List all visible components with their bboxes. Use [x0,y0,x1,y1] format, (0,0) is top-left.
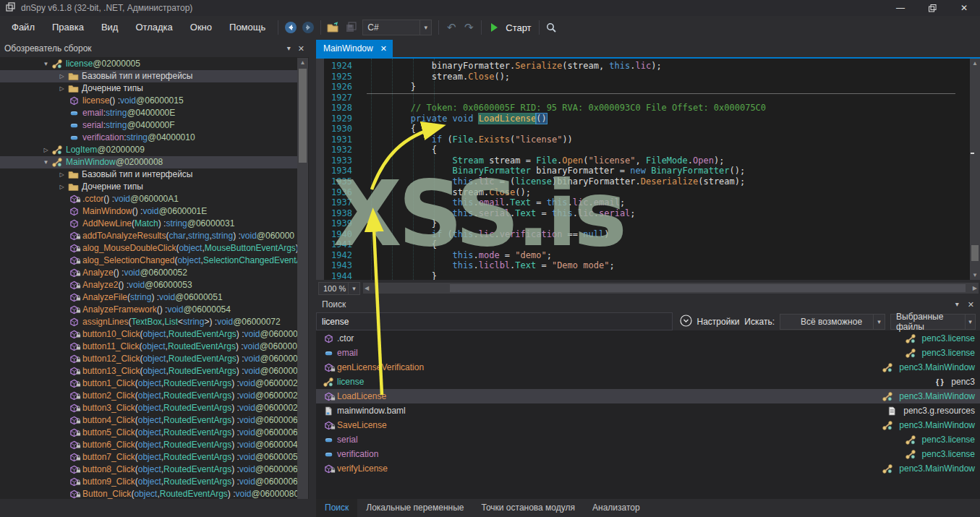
menu-item-отладка[interactable]: Отладка [127,19,181,36]
search-result-row[interactable]: genLicenseVerificationpenc3.MainWindow [316,360,980,375]
expand-icon[interactable]: ▷ [56,181,67,193]
code-line[interactable]: 1933 Stream stream = File.Open("license"… [324,155,970,166]
code-line[interactable]: 1937 this.email.Text = this.lic.email; [324,197,970,208]
restore-button[interactable] [916,0,948,16]
panel-menu-icon[interactable]: ▾ [955,300,959,309]
menu-item-окно[interactable]: Окно [182,19,221,36]
tree-row[interactable]: addToAnalyzeResults(char, string, string… [0,230,297,242]
search-result-row[interactable]: mainwindow.bamlpenc3.g.resources [316,403,980,418]
panel-menu-icon[interactable]: ▾ [287,44,291,54]
tree-row[interactable]: alog_MouseDoubleClick(object, MouseButto… [0,242,297,255]
close-button[interactable]: ✕ [948,0,980,16]
tab-mainwindow[interactable]: MainWindow ✕ [316,40,393,57]
tree-row[interactable]: assignLines(TextBox, List<string>) : voi… [0,316,297,328]
redo-icon[interactable]: ↷ [460,19,477,36]
search-result-row[interactable]: LoadLicensepenc3.MainWindow [316,389,980,403]
back-icon[interactable] [282,19,299,36]
code-line[interactable]: 1939 } [324,218,970,229]
search-input[interactable] [316,312,673,330]
search-result-row[interactable]: verificationpenc3.license [316,447,980,461]
tree-row[interactable]: AnalyzeFramework() : void @06000054 [0,304,297,316]
collapse-icon[interactable]: ▼ [41,156,51,168]
search-result-row[interactable]: emailpenc3.license [316,346,980,360]
expand-icon[interactable]: ▷ [41,144,51,156]
code-line[interactable]: 1934 BinaryFormatter binaryFormatter = n… [324,166,970,176]
open-file-icon[interactable] [325,19,342,36]
tree-row[interactable]: button1_Click(object, RoutedEventArgs) :… [0,377,297,390]
tree-row[interactable]: license() : void @06000015 [0,95,297,107]
tree-row[interactable]: button8_Click(object, RoutedEventArgs) :… [0,463,297,476]
code-line[interactable]: 1943 this.liclbl.Text = "Demo mode"; [324,260,970,271]
code-line[interactable]: 1924 binaryFormatter.Serialize(stream, t… [324,61,970,72]
bottom-tab-поиск[interactable]: Поиск [316,499,357,517]
start-icon[interactable] [485,19,503,36]
code-line[interactable]: 1931 if (File.Exists("license")) [324,134,970,145]
tree-row[interactable]: ▼MainWindow @02000008 [0,156,297,168]
tree-row[interactable]: button4_Click(object, RoutedEventArgs) :… [0,414,297,427]
editor-horizontal-scrollbar[interactable]: ◀ ▶ [363,283,979,294]
zoom-level-combo[interactable]: 100 % ▾ [318,282,360,295]
expand-icon[interactable]: ▷ [56,168,67,181]
editor-vertical-scrollbar[interactable]: ▲ ▼ [970,59,980,280]
bottom-tab-анализатор[interactable]: Анализатор [584,499,649,517]
tree-row[interactable]: serial : string @0400000F [0,119,297,132]
menu-item-правка[interactable]: Правка [43,19,93,36]
code-line[interactable]: 1929 private void LoadLicense() [324,114,970,124]
tree-row[interactable]: AddNewLine(Match) : string @06000031 [0,218,297,230]
tree-row[interactable]: ▷Базовый тип и интерфейсы [0,70,297,82]
tree-row[interactable]: button12_Click(object, RoutedEventArgs) … [0,353,297,365]
code-line[interactable]: 1926 } [324,82,970,93]
menu-item-вид[interactable]: Вид [93,19,127,36]
undo-icon[interactable]: ↶ [443,19,460,36]
tree-row[interactable]: alog_SelectionChanged(object, SelectionC… [0,255,297,267]
collapse-icon[interactable]: ▼ [41,58,51,70]
search-result-row[interactable]: serialpenc3.license [316,432,980,447]
tree-row[interactable]: button2_Click(object, RoutedEventArgs) :… [0,390,297,402]
tree-row[interactable]: email : string @0400000E [0,107,297,119]
bottom-tab-точки-останова-модуля[interactable]: Точки останова модуля [473,499,584,517]
expand-icon[interactable]: ▷ [56,82,67,95]
tree-row[interactable]: AnalyzeFile(string) : void @06000051 [0,291,297,304]
tree-row[interactable]: button3_Click(object, RoutedEventArgs) :… [0,402,297,414]
tree-row[interactable]: ▷Дочерние типы [0,181,297,193]
code-line[interactable]: 1928 // Token: 0x0600005F RID: 95 RVA: 0… [324,103,970,114]
tree-row[interactable]: verification : string @04000010 [0,132,297,144]
forward-icon[interactable] [299,19,317,36]
code-line[interactable]: 1935 this.lic = (license)binaryFormatter… [324,176,970,187]
tree-row[interactable]: ▼license @02000005 [0,58,297,70]
code-editor[interactable]: 1924 binaryFormatter.Serialize(stream, t… [316,59,970,280]
bottom-tab-локальные-переменные[interactable]: Локальные переменные [357,499,472,517]
tree-row[interactable]: button5_Click(object, RoutedEventArgs) :… [0,427,297,439]
tree-row[interactable]: ▷Дочерние типы [0,82,297,95]
tree-row[interactable]: button13_Click(object, RoutedEventArgs) … [0,365,297,377]
tree-row[interactable]: ▷Базовый тип и интерфейсы [0,168,297,181]
minimize-button[interactable]: — [885,0,916,16]
search-files-combo[interactable]: Выбранные файлы ▾ [890,314,976,330]
tree-row[interactable]: button7_Click(object, RoutedEventArgs) :… [0,451,297,463]
tree-row[interactable]: Analyze2() : void @06000053 [0,279,297,291]
save-all-icon[interactable] [342,19,359,36]
search-result-row[interactable]: .ctorpenc3.license [316,331,980,346]
settings-label[interactable]: Настройки [697,317,740,327]
code-line[interactable]: 1940 if (this.lic.verification == null) [324,229,970,240]
language-combo[interactable]: C# ▾ [362,20,432,35]
code-line[interactable]: 1932 { [324,145,970,155]
expand-icon[interactable]: ▷ [56,70,67,82]
search-result-row[interactable]: license{ }penc3 [316,375,980,389]
panel-close-icon[interactable]: ✕ [298,44,304,54]
tree-vertical-scrollbar[interactable]: ▲ ▼ [297,58,308,517]
code-line[interactable]: 1925 stream.Close(); [324,72,970,82]
tab-close-icon[interactable]: ✕ [380,44,387,54]
tree-row[interactable]: button10_Click(object, RoutedEventArgs) … [0,328,297,341]
code-line[interactable]: 1930 { [324,124,970,134]
search-icon[interactable] [543,19,561,36]
start-button[interactable]: Старт [506,22,531,33]
search-result-row[interactable]: SaveLicensepenc3.MainWindow [316,418,980,432]
code-line[interactable]: 1936 stream.Close(); [324,187,970,198]
tree-row[interactable]: MainWindow() : void @0600001E [0,205,297,218]
tree-row[interactable]: button11_Click(object, RoutedEventArgs) … [0,341,297,353]
breakpoint-gutter[interactable] [316,59,324,280]
search-result-row[interactable]: verifyLicensepenc3.MainWindow [316,461,980,476]
panel-close-icon[interactable]: ✕ [968,300,974,309]
search-scope-combo[interactable]: Всё возможное ▾ [780,314,885,330]
